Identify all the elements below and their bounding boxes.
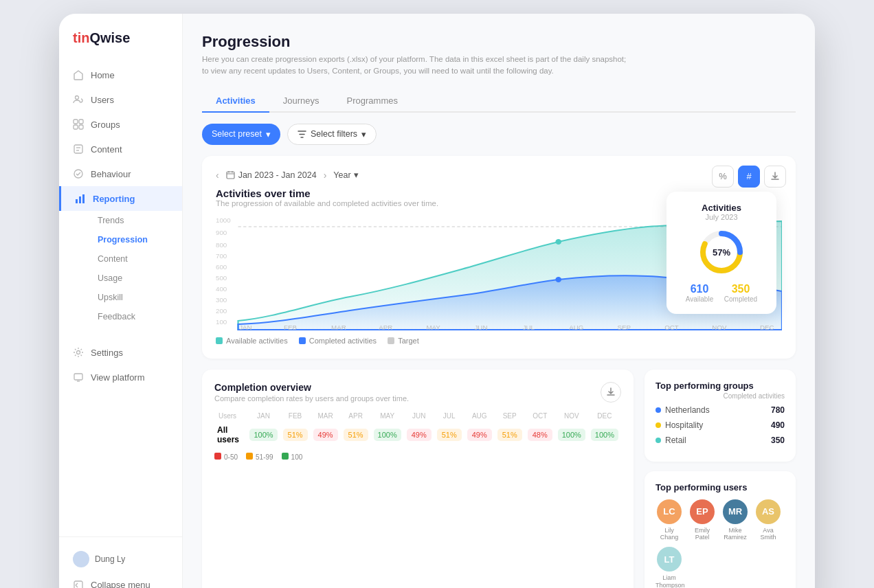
sub-item-feedback[interactable]: Feedback [91, 307, 182, 326]
select-preset-button[interactable]: Select preset ▾ [202, 124, 280, 145]
table-row: All users 100% 51% 49% 51% 100% 49% 51% … [214, 422, 621, 447]
svg-text:AUG: AUG [569, 324, 583, 331]
year-select[interactable]: Year ▾ [333, 170, 358, 180]
right-panel: Top performing groups Completed activiti… [645, 370, 796, 589]
completed-datapoint [555, 277, 561, 282]
sub-item-usage[interactable]: Usage [91, 269, 182, 288]
completed-legend-label: Completed activities [309, 337, 377, 345]
completed-legend-dot [299, 337, 306, 344]
select-filters-button[interactable]: Select filters ▾ [287, 124, 377, 145]
apr-value: 51% [341, 422, 371, 447]
svg-text:NOV: NOV [712, 324, 727, 331]
svg-rect-2 [79, 120, 83, 124]
logo-qwise: Qwise [89, 30, 130, 45]
svg-rect-10 [79, 196, 81, 203]
page-title: Progression [202, 33, 796, 51]
user-ava-smith: AS Ava Smith [754, 499, 782, 542]
row-label: All users [214, 422, 247, 447]
date-next-button[interactable]: › [324, 170, 327, 181]
activities-popup: Activities July 2023 57% 610 [666, 192, 776, 314]
available-legend-label: Available activities [226, 337, 288, 345]
page-description: Here you can create progression exports … [202, 54, 628, 78]
sub-item-content[interactable]: Content [91, 249, 182, 269]
sub-item-trends[interactable]: Trends [91, 211, 182, 230]
mar-header: MAR [311, 409, 341, 422]
svg-text:OCT: OCT [664, 324, 679, 331]
reporting-icon [75, 193, 86, 204]
tab-activities[interactable]: Activities [202, 90, 269, 113]
date-prev-button[interactable]: ‹ [216, 170, 219, 181]
svg-text:200: 200 [216, 308, 227, 315]
donut-svg: 57% [697, 228, 746, 276]
aug-value: 49% [464, 422, 495, 447]
sidebar-item-groups[interactable]: Groups [59, 112, 182, 137]
aug-header: AUG [464, 409, 495, 422]
chart-section: ‹ Jan 2023 - Jan 2024 › Year ▾ Activitie… [202, 156, 796, 359]
user-avatar [73, 551, 89, 567]
main-content: Progression Here you can create progress… [183, 14, 815, 588]
collapse-menu-button[interactable]: Collapse menu [59, 573, 182, 588]
netherlands-value: 780 [771, 405, 785, 415]
sidebar: tinQwise Home Users Groups Content Behav… [59, 14, 183, 588]
popup-stats: 610 Available 350 Completed [680, 283, 763, 303]
sidebar-bottom: Dung Ly Collapse menu [59, 536, 182, 588]
sub-item-upskill[interactable]: Upskill [91, 288, 182, 307]
sidebar-item-behaviour-label: Behaviour [91, 169, 131, 179]
group-row-retail: Retail 350 [656, 436, 785, 445]
svg-text:900: 900 [216, 229, 227, 236]
may-header: MAY [371, 409, 404, 422]
oct-header: OCT [525, 409, 555, 422]
sub-item-progression[interactable]: Progression [91, 230, 182, 249]
retail-value: 350 [771, 436, 785, 445]
legend-available: Available activities [216, 337, 288, 345]
svg-rect-13 [74, 374, 82, 380]
logo-tin: tin [73, 30, 89, 45]
available-datapoint [555, 239, 561, 245]
view-platform-icon [73, 372, 84, 383]
user-lily-chang: LC Lily Chang [656, 499, 683, 542]
sidebar-item-view-platform[interactable]: View platform [59, 365, 182, 389]
user-row: Dung Ly [59, 545, 182, 573]
user-emily-patel: EP Emily Patel [688, 499, 716, 542]
ava-smith-name: Ava Smith [754, 527, 782, 542]
target-legend-dot [388, 337, 394, 344]
svg-text:JUN: JUN [475, 324, 488, 331]
legend-0-50-box [214, 453, 221, 460]
lily-chang-name: Lily Chang [656, 527, 683, 542]
hash-toggle[interactable]: # [738, 166, 760, 188]
sidebar-item-reporting[interactable]: Reporting [59, 186, 182, 211]
sidebar-settings-label: Settings [91, 348, 123, 358]
sidebar-item-users[interactable]: Users [59, 87, 182, 112]
legend-51-99: 51-99 [246, 453, 273, 461]
completion-download-icon [606, 387, 616, 397]
netherlands-dot [656, 407, 661, 413]
tab-journeys[interactable]: Journeys [269, 90, 333, 113]
svg-line-16 [76, 583, 78, 585]
top-users-title: Top performing users [656, 482, 785, 493]
completion-download-button[interactable] [601, 382, 621, 403]
tab-programmes[interactable]: Programmes [333, 90, 412, 113]
retail-dot [656, 438, 661, 443]
sidebar-item-home[interactable]: Home [59, 63, 182, 87]
lily-chang-avatar: LC [657, 499, 682, 524]
content-icon [73, 144, 84, 155]
svg-text:MAY: MAY [426, 324, 440, 331]
hospitality-value: 490 [771, 420, 785, 430]
sidebar-item-content[interactable]: Content [59, 137, 182, 161]
main-tabs: Activities Journeys Programmes [202, 90, 796, 113]
available-stat: 610 Available [686, 283, 713, 303]
user-name: Dung Ly [95, 554, 125, 564]
sidebar-item-settings[interactable]: Settings [59, 340, 182, 365]
mike-ramirez-avatar: MR [723, 499, 748, 524]
user-avatars-row: LC Lily Chang EP Emily Patel MR Mike Ram… [656, 499, 785, 589]
sidebar-item-content-label: Content [91, 144, 122, 155]
legend-100-box [282, 453, 289, 460]
dec-header: DEC [588, 409, 621, 422]
percent-toggle[interactable]: % [712, 166, 734, 188]
bottom-row: Completion overview Compare completion r… [202, 370, 796, 589]
download-chart-button[interactable] [764, 166, 786, 188]
group-hospitality-label: Hospitality [656, 420, 703, 430]
legend-51-99-box [246, 453, 253, 460]
sidebar-item-behaviour[interactable]: Behaviour [59, 161, 182, 186]
svg-text:DEC: DEC [760, 324, 774, 331]
